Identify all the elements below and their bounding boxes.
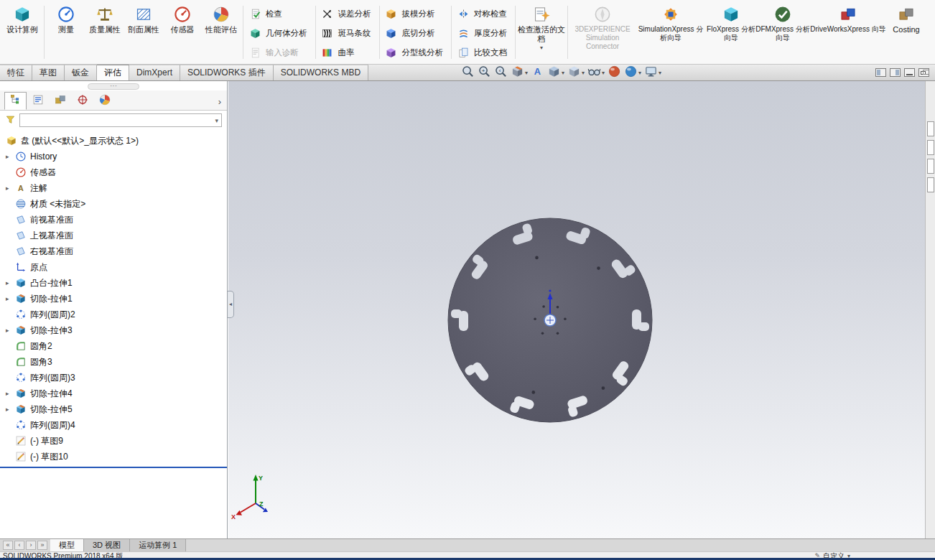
measure-button[interactable]: 测量 (47, 2, 85, 62)
dynamic-annotation-views-button[interactable]: A (531, 65, 544, 80)
doc-tab-3D 视图[interactable]: 3D 视图 (84, 539, 130, 551)
zebra-stripes-button[interactable]: 斑马条纹 (318, 25, 377, 42)
tree-item[interactable]: 盘 (默认<<默认>_显示状态 1>) (0, 133, 227, 149)
deviation-analysis-button[interactable]: 误差分析 (318, 6, 377, 22)
tree-item[interactable]: ▸History (0, 149, 227, 164)
filter-caret-icon[interactable]: ▾ (215, 117, 221, 124)
tab-scroll-prev-icon[interactable]: ‹ (14, 541, 24, 550)
graphics-viewport[interactable]: Y X Z (228, 81, 925, 538)
doc-tab-模型[interactable]: 模型 (50, 539, 84, 551)
apply-scene-button[interactable]: ▾ (624, 65, 641, 80)
expand-arrow-icon[interactable]: ▸ (6, 295, 15, 302)
tree-item[interactable]: 传感器 (0, 164, 227, 180)
tree-item[interactable]: 材质 <未指定> (0, 196, 227, 212)
expand-arrow-icon[interactable]: ▸ (6, 327, 15, 334)
tree-item[interactable]: (-) 草图10 (0, 449, 227, 465)
thickness-analysis-button[interactable]: 厚度分析 (454, 25, 513, 42)
tree-item[interactable]: 圆角3 (0, 354, 227, 370)
dropdown-caret-icon[interactable]: ▾ (602, 70, 605, 76)
tab-scroll-first-icon[interactable]: « (3, 541, 13, 550)
tree-item[interactable]: ▸切除-拉伸4 (0, 386, 227, 401)
check-active-document-button[interactable]: 检查激活的文档▾ (518, 2, 565, 62)
tree-item[interactable]: ▸凸台-拉伸1 (0, 275, 227, 291)
performance-evaluation-button[interactable]: 性能评估 (202, 2, 241, 62)
parting-line-analysis-button[interactable]: 分型线分析 (382, 45, 450, 61)
check-button[interactable]: 检查 (246, 6, 313, 22)
simulationxpress-button[interactable]: SimulationXpress 分析向导 (635, 2, 707, 62)
sensors-button[interactable]: 传感器 (163, 2, 202, 62)
tree-item[interactable]: 原点 (0, 259, 227, 275)
symmetry-check-button[interactable]: 对称检查 (454, 6, 513, 22)
section-view-button[interactable]: ▾ (511, 65, 528, 80)
expand-arrow-icon[interactable]: ▸ (6, 185, 15, 192)
compare-documents-button[interactable]: 比较文档 (454, 45, 513, 61)
dropdown-caret-icon[interactable]: ▾ (638, 70, 641, 76)
tab-DimXpert[interactable]: DimXpert (129, 65, 180, 80)
mass-properties-button[interactable]: 质量属性 (85, 2, 124, 62)
tree-item[interactable]: 阵列(圆周)4 (0, 417, 227, 433)
task-pane-tab-1[interactable] (927, 121, 934, 136)
panel-tab-dimxpertmanager[interactable] (71, 92, 93, 110)
tree-item[interactable]: ▸切除-拉伸5 (0, 401, 227, 417)
tab-评估[interactable]: 评估 (97, 65, 129, 80)
geometry-analysis-button[interactable]: 几何体分析 (246, 25, 313, 42)
pane-dock-left-icon[interactable] (875, 68, 886, 77)
expand-arrow-icon[interactable]: ▸ (6, 153, 15, 160)
tree-item[interactable]: ▸切除-拉伸3 (0, 322, 227, 338)
tree-item[interactable]: (-) 草图9 (0, 433, 227, 449)
tree-item[interactable]: ▸A注解 (0, 180, 227, 196)
expand-arrow-icon[interactable]: ▸ (6, 406, 15, 413)
minimize-icon[interactable] (904, 68, 915, 77)
tree-item[interactable]: 阵列(圆周)2 (0, 307, 227, 322)
tree-item[interactable]: 圆角2 (0, 338, 227, 354)
tab-特征[interactable]: 特征 (0, 65, 32, 80)
design-study-button[interactable]: 设计算例 (3, 2, 42, 62)
tree-item[interactable]: ▸切除-拉伸1 (0, 291, 227, 307)
panel-tab-propertymanager[interactable] (27, 92, 49, 110)
expand-arrow-icon[interactable]: ▸ (6, 390, 15, 397)
driveworksxpress-button[interactable]: DriveWorksXpress 向导 (810, 2, 886, 62)
panel-tabs-overflow-icon[interactable]: › (218, 96, 221, 107)
edit-appearance-button[interactable] (608, 65, 621, 80)
panel-collapse-handle[interactable]: ◂ (228, 291, 234, 318)
expand-arrow-icon[interactable]: ▸ (6, 279, 15, 286)
3d-part-disk[interactable]: Y X Z (228, 81, 925, 538)
task-pane-tab-2[interactable] (927, 140, 934, 155)
dropdown-caret-icon[interactable]: ▾ (525, 70, 528, 76)
doc-tab-运动算例 1[interactable]: 运动算例 1 (130, 539, 186, 551)
dropdown-caret-icon[interactable]: ▾ (540, 45, 543, 51)
pane-dock-right-icon[interactable] (890, 68, 901, 77)
panel-tab-configurationmanager[interactable] (49, 92, 71, 110)
tab-scroll-last-icon[interactable]: » (37, 541, 47, 550)
tab-草图[interactable]: 草图 (32, 65, 65, 80)
tree-item[interactable]: 右视基准面 (0, 243, 227, 259)
dropdown-caret-icon[interactable]: ▾ (562, 70, 564, 76)
task-pane-tab-4[interactable] (927, 177, 934, 192)
tree-item[interactable]: 前视基准面 (0, 212, 227, 228)
tree-filter-input[interactable] (20, 115, 215, 126)
tab-钣金[interactable]: 钣金 (65, 65, 97, 80)
curvature-button[interactable]: 曲率 (318, 45, 377, 61)
zoom-fit-button[interactable] (461, 65, 475, 80)
tree-item[interactable]: 上视基准面 (0, 228, 227, 243)
floxpress-button[interactable]: FloXpress 分析向导 (707, 2, 755, 62)
section-properties-button[interactable]: 剖面属性 (124, 2, 163, 62)
tree-item[interactable]: 阵列(圆周)3 (0, 370, 227, 386)
dfmxpress-button[interactable]: DFMXpress 分析向导 (755, 2, 810, 62)
display-style-button[interactable]: ▾ (567, 65, 585, 80)
tab-SOLIDWORKS MBD[interactable]: SOLIDWORKS MBD (274, 65, 368, 80)
undercut-analysis-button[interactable]: 底切分析 (382, 25, 450, 42)
hide-show-items-button[interactable]: ▾ (587, 65, 605, 80)
tab-scroll-next-icon[interactable]: › (26, 541, 36, 550)
rollback-bar[interactable] (0, 467, 227, 468)
previous-view-button[interactable]: ‹ (494, 65, 508, 80)
task-pane-tab-3[interactable] (927, 159, 934, 174)
dropdown-caret-icon[interactable]: ▾ (659, 70, 661, 76)
panel-tab-featuremanager[interactable] (4, 92, 27, 110)
panel-tab-displaymanager[interactable] (93, 92, 116, 110)
restore-icon[interactable] (918, 68, 929, 77)
view-settings-button[interactable]: ▾ (644, 65, 661, 80)
panel-splitter-grip[interactable]: ··· (88, 83, 139, 90)
view-orientation-button[interactable]: ▾ (547, 65, 564, 80)
dropdown-caret-icon[interactable]: ▾ (582, 70, 585, 76)
